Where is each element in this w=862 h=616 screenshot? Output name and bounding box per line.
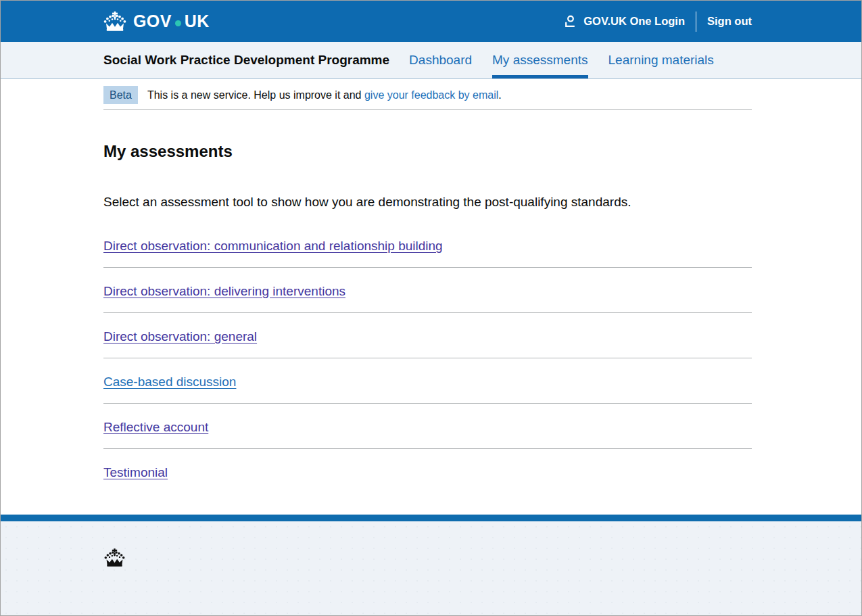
beta-tag: Beta	[103, 86, 138, 104]
header-account-area: GOV.UK One Login Sign out	[563, 11, 752, 32]
logotype-uk: UK	[185, 11, 210, 31]
list-item: Direct observation: delivering intervent…	[103, 268, 752, 313]
feedback-email-link[interactable]: give your feedback by email	[364, 89, 498, 101]
phase-banner-text: This is a new service. Help us improve i…	[147, 89, 502, 101]
one-login-label: GOV.UK One Login	[583, 15, 685, 28]
list-item: Reflective account	[103, 404, 752, 449]
main-content: Beta This is a new service. Help us impr…	[1, 79, 861, 515]
page-title: My assessments	[103, 142, 752, 161]
browser-page: GOV UK GOV.UK One Login Sign out Social …	[0, 0, 862, 616]
crown-icon	[103, 548, 126, 567]
govuk-logo-link[interactable]: GOV UK	[103, 11, 210, 32]
person-icon	[563, 14, 577, 28]
list-item: Direct observation: communication and re…	[103, 222, 752, 268]
intro-text: Select an assessment tool to show how yo…	[103, 194, 752, 210]
service-nav-links: Dashboard My assessments Learning materi…	[409, 42, 714, 78]
assessment-link-direct-observation-communication[interactable]: Direct observation: communication and re…	[103, 239, 443, 253]
list-item: Testimonial	[103, 449, 752, 494]
govuk-header: GOV UK GOV.UK One Login Sign out	[1, 1, 861, 42]
sign-out-link[interactable]: Sign out	[707, 15, 752, 28]
nav-item-dashboard[interactable]: Dashboard	[409, 42, 472, 78]
crown-icon	[103, 11, 127, 32]
logotype-gov: GOV	[133, 11, 172, 31]
nav-item-my-assessments[interactable]: My assessments	[492, 42, 588, 78]
assessment-link-direct-observation-delivering[interactable]: Direct observation: delivering intervent…	[103, 284, 345, 298]
phase-text-before: This is a new service. Help us improve i…	[147, 89, 364, 101]
assessment-link-direct-observation-general[interactable]: Direct observation: general	[103, 329, 257, 343]
govuk-footer	[1, 515, 861, 615]
phase-text-after: .	[498, 89, 501, 101]
assessment-link-case-based-discussion[interactable]: Case-based discussion	[103, 375, 236, 389]
govuk-logotype: GOV UK	[133, 11, 210, 31]
list-item: Direct observation: general	[103, 313, 752, 358]
assessment-list: Direct observation: communication and re…	[103, 222, 752, 494]
service-name: Social Work Practice Development Program…	[103, 53, 389, 68]
header-divider	[696, 11, 696, 32]
logotype-dot-icon	[175, 20, 181, 26]
phase-banner: Beta This is a new service. Help us impr…	[103, 79, 752, 110]
assessment-link-testimonial[interactable]: Testimonial	[103, 465, 168, 479]
service-navigation: Social Work Practice Development Program…	[1, 42, 861, 79]
assessment-link-reflective-account[interactable]: Reflective account	[103, 420, 208, 434]
one-login-link[interactable]: GOV.UK One Login	[563, 14, 685, 28]
list-item: Case-based discussion	[103, 358, 752, 404]
nav-item-learning-materials[interactable]: Learning materials	[608, 42, 714, 78]
